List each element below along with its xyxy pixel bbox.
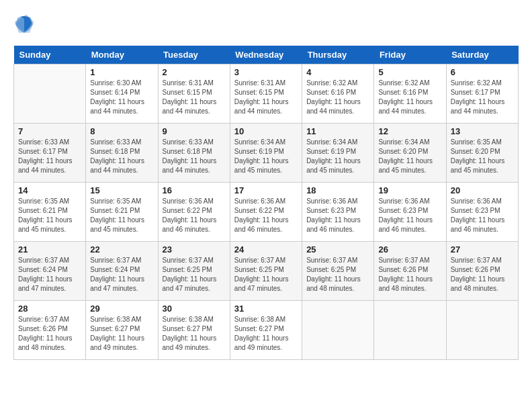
day-info: Sunrise: 6:32 AM Sunset: 6:17 PM Dayligh…: [451, 79, 514, 116]
day-info: Sunrise: 6:37 AM Sunset: 6:25 PM Dayligh…: [306, 256, 369, 293]
day-number: 26: [378, 244, 441, 255]
day-number: 15: [90, 185, 153, 195]
day-number: 6: [451, 67, 514, 77]
calendar-week-row: 14Sunrise: 6:35 AM Sunset: 6:21 PM Dayli…: [14, 183, 519, 242]
calendar-cell: 21Sunrise: 6:37 AM Sunset: 6:24 PM Dayli…: [14, 242, 86, 301]
day-info: Sunrise: 6:38 AM Sunset: 6:27 PM Dayligh…: [90, 315, 153, 353]
day-info: Sunrise: 6:37 AM Sunset: 6:26 PM Dayligh…: [451, 256, 514, 293]
calendar-cell: 28Sunrise: 6:37 AM Sunset: 6:26 PM Dayli…: [14, 301, 86, 360]
logo-icon: [13, 13, 35, 35]
calendar-cell: [374, 301, 446, 360]
day-number: 16: [163, 185, 226, 195]
day-header-tuesday: Tuesday: [158, 46, 230, 64]
calendar-week-row: 7Sunrise: 6:33 AM Sunset: 6:17 PM Daylig…: [14, 124, 519, 183]
page-header: [13, 13, 519, 35]
calendar-cell: 15Sunrise: 6:35 AM Sunset: 6:21 PM Dayli…: [86, 183, 158, 242]
day-info: Sunrise: 6:37 AM Sunset: 6:26 PM Dayligh…: [378, 256, 441, 293]
calendar-cell: 6Sunrise: 6:32 AM Sunset: 6:17 PM Daylig…: [446, 64, 518, 124]
day-info: Sunrise: 6:34 AM Sunset: 6:19 PM Dayligh…: [306, 138, 369, 175]
calendar-cell: 1Sunrise: 6:30 AM Sunset: 6:14 PM Daylig…: [86, 64, 158, 124]
day-number: 3: [234, 67, 298, 77]
day-info: Sunrise: 6:35 AM Sunset: 6:21 PM Dayligh…: [18, 197, 81, 234]
day-info: Sunrise: 6:37 AM Sunset: 6:25 PM Dayligh…: [163, 256, 226, 293]
day-header-friday: Friday: [374, 46, 446, 64]
day-info: Sunrise: 6:30 AM Sunset: 6:14 PM Dayligh…: [90, 79, 153, 116]
day-number: 29: [90, 304, 153, 314]
day-number: 8: [90, 126, 153, 136]
calendar-cell: [14, 64, 86, 124]
day-info: Sunrise: 6:31 AM Sunset: 6:15 PM Dayligh…: [234, 79, 298, 116]
day-header-sunday: Sunday: [14, 46, 86, 64]
day-info: Sunrise: 6:33 AM Sunset: 6:17 PM Dayligh…: [18, 138, 81, 175]
day-info: Sunrise: 6:33 AM Sunset: 6:18 PM Dayligh…: [90, 138, 153, 175]
day-info: Sunrise: 6:36 AM Sunset: 6:23 PM Dayligh…: [378, 197, 441, 234]
logo: [13, 13, 38, 35]
calendar-cell: [446, 301, 518, 360]
calendar-cell: 31Sunrise: 6:38 AM Sunset: 6:27 PM Dayli…: [230, 301, 302, 360]
day-number: 18: [306, 185, 369, 195]
day-info: Sunrise: 6:37 AM Sunset: 6:25 PM Dayligh…: [234, 256, 298, 293]
day-number: 19: [378, 185, 441, 195]
day-info: Sunrise: 6:31 AM Sunset: 6:15 PM Dayligh…: [163, 79, 226, 116]
day-number: 12: [378, 126, 441, 136]
calendar-cell: 26Sunrise: 6:37 AM Sunset: 6:26 PM Dayli…: [374, 242, 446, 301]
calendar-cell: 27Sunrise: 6:37 AM Sunset: 6:26 PM Dayli…: [446, 242, 518, 301]
day-info: Sunrise: 6:38 AM Sunset: 6:27 PM Dayligh…: [163, 315, 226, 353]
day-info: Sunrise: 6:37 AM Sunset: 6:24 PM Dayligh…: [18, 256, 81, 293]
calendar-cell: 14Sunrise: 6:35 AM Sunset: 6:21 PM Dayli…: [14, 183, 86, 242]
day-number: 31: [234, 304, 298, 314]
calendar-table: SundayMondayTuesdayWednesdayThursdayFrid…: [13, 46, 519, 360]
day-info: Sunrise: 6:36 AM Sunset: 6:23 PM Dayligh…: [451, 197, 514, 234]
day-info: Sunrise: 6:37 AM Sunset: 6:24 PM Dayligh…: [90, 256, 153, 293]
day-number: 9: [163, 126, 226, 136]
calendar-cell: 13Sunrise: 6:35 AM Sunset: 6:20 PM Dayli…: [446, 124, 518, 183]
day-number: 11: [306, 126, 369, 136]
calendar-cell: 17Sunrise: 6:36 AM Sunset: 6:22 PM Dayli…: [230, 183, 302, 242]
day-number: 2: [163, 67, 226, 77]
day-info: Sunrise: 6:34 AM Sunset: 6:20 PM Dayligh…: [378, 138, 441, 175]
calendar-cell: 10Sunrise: 6:34 AM Sunset: 6:19 PM Dayli…: [230, 124, 302, 183]
calendar-cell: 23Sunrise: 6:37 AM Sunset: 6:25 PM Dayli…: [158, 242, 230, 301]
calendar-cell: 12Sunrise: 6:34 AM Sunset: 6:20 PM Dayli…: [374, 124, 446, 183]
day-info: Sunrise: 6:34 AM Sunset: 6:19 PM Dayligh…: [234, 138, 298, 175]
calendar-cell: 4Sunrise: 6:32 AM Sunset: 6:16 PM Daylig…: [302, 64, 374, 124]
calendar-cell: 20Sunrise: 6:36 AM Sunset: 6:23 PM Dayli…: [446, 183, 518, 242]
day-number: 28: [18, 304, 81, 314]
day-number: 5: [378, 67, 441, 77]
day-info: Sunrise: 6:35 AM Sunset: 6:20 PM Dayligh…: [451, 138, 514, 175]
calendar-cell: 18Sunrise: 6:36 AM Sunset: 6:23 PM Dayli…: [302, 183, 374, 242]
calendar-cell: 19Sunrise: 6:36 AM Sunset: 6:23 PM Dayli…: [374, 183, 446, 242]
calendar-cell: 5Sunrise: 6:32 AM Sunset: 6:16 PM Daylig…: [374, 64, 446, 124]
day-number: 27: [451, 244, 514, 255]
day-info: Sunrise: 6:36 AM Sunset: 6:23 PM Dayligh…: [306, 197, 369, 234]
day-number: 25: [306, 244, 369, 255]
day-number: 13: [451, 126, 514, 136]
day-number: 7: [18, 126, 81, 136]
day-info: Sunrise: 6:35 AM Sunset: 6:21 PM Dayligh…: [90, 197, 153, 234]
calendar-cell: 24Sunrise: 6:37 AM Sunset: 6:25 PM Dayli…: [230, 242, 302, 301]
day-info: Sunrise: 6:37 AM Sunset: 6:26 PM Dayligh…: [18, 315, 81, 353]
day-header-monday: Monday: [86, 46, 158, 64]
calendar-cell: 30Sunrise: 6:38 AM Sunset: 6:27 PM Dayli…: [158, 301, 230, 360]
calendar-cell: [302, 301, 374, 360]
calendar-cell: 22Sunrise: 6:37 AM Sunset: 6:24 PM Dayli…: [86, 242, 158, 301]
day-info: Sunrise: 6:38 AM Sunset: 6:27 PM Dayligh…: [234, 315, 298, 353]
day-number: 14: [18, 185, 81, 195]
day-number: 30: [163, 304, 226, 314]
day-number: 24: [234, 244, 298, 255]
calendar-cell: 9Sunrise: 6:33 AM Sunset: 6:18 PM Daylig…: [158, 124, 230, 183]
day-info: Sunrise: 6:36 AM Sunset: 6:22 PM Dayligh…: [163, 197, 226, 234]
day-header-thursday: Thursday: [302, 46, 374, 64]
calendar-week-row: 1Sunrise: 6:30 AM Sunset: 6:14 PM Daylig…: [14, 64, 519, 124]
day-number: 17: [234, 185, 298, 195]
calendar-week-row: 21Sunrise: 6:37 AM Sunset: 6:24 PM Dayli…: [14, 242, 519, 301]
calendar-cell: 29Sunrise: 6:38 AM Sunset: 6:27 PM Dayli…: [86, 301, 158, 360]
day-number: 1: [90, 67, 153, 77]
day-number: 4: [306, 67, 369, 77]
calendar-cell: 11Sunrise: 6:34 AM Sunset: 6:19 PM Dayli…: [302, 124, 374, 183]
calendar-cell: 8Sunrise: 6:33 AM Sunset: 6:18 PM Daylig…: [86, 124, 158, 183]
day-header-wednesday: Wednesday: [230, 46, 302, 64]
day-info: Sunrise: 6:32 AM Sunset: 6:16 PM Dayligh…: [378, 79, 441, 116]
day-info: Sunrise: 6:33 AM Sunset: 6:18 PM Dayligh…: [163, 138, 226, 175]
day-header-saturday: Saturday: [446, 46, 518, 64]
